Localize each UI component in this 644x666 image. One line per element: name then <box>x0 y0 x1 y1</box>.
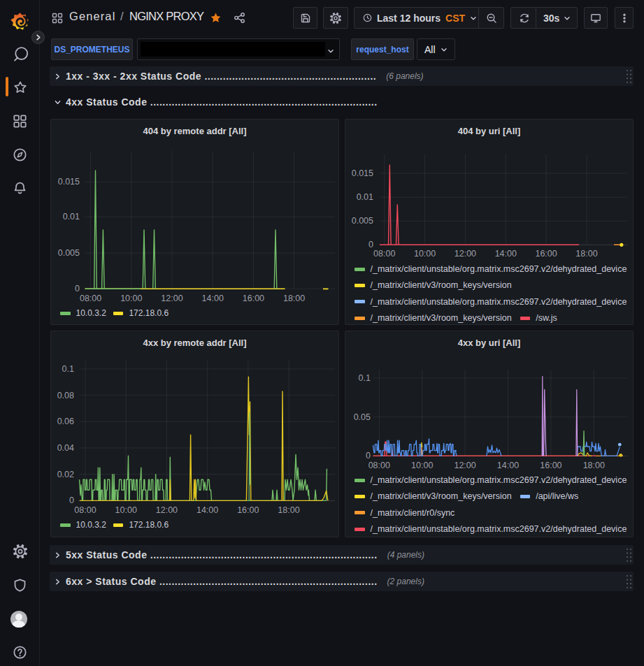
svg-text:0.02: 0.02 <box>57 470 74 479</box>
svg-text:10:00: 10:00 <box>414 249 436 259</box>
svg-text:08:00: 08:00 <box>373 249 395 259</box>
svg-text:18:00: 18:00 <box>583 461 605 470</box>
svg-text:16:00: 16:00 <box>535 249 557 259</box>
svg-text:14:00: 14:00 <box>497 461 519 470</box>
svg-text:10:00: 10:00 <box>115 505 137 515</box>
svg-text:18:00: 18:00 <box>283 294 305 303</box>
svg-text:0.1: 0.1 <box>359 373 371 383</box>
svg-text:12:00: 12:00 <box>156 505 178 515</box>
svg-text:0.015: 0.015 <box>352 168 373 178</box>
svg-text:14:00: 14:00 <box>196 505 218 515</box>
svg-text:14:00: 14:00 <box>495 249 517 259</box>
svg-text:0.1: 0.1 <box>62 364 74 374</box>
svg-text:12:00: 12:00 <box>455 249 476 259</box>
svg-text:0.005: 0.005 <box>352 216 373 226</box>
svg-text:0: 0 <box>69 495 74 505</box>
svg-text:0.005: 0.005 <box>58 248 80 258</box>
svg-text:10:00: 10:00 <box>120 294 142 303</box>
svg-text:08:00: 08:00 <box>80 294 101 303</box>
svg-text:0.015: 0.015 <box>58 177 80 187</box>
svg-text:08:00: 08:00 <box>368 461 390 470</box>
svg-text:12:00: 12:00 <box>161 294 183 303</box>
svg-text:0.08: 0.08 <box>57 391 74 400</box>
svg-text:0.04: 0.04 <box>57 443 74 453</box>
svg-text:0: 0 <box>366 451 371 461</box>
svg-text:10:00: 10:00 <box>411 461 433 470</box>
svg-text:14:00: 14:00 <box>202 294 224 303</box>
svg-text:0.01: 0.01 <box>357 192 373 202</box>
svg-text:0.01: 0.01 <box>63 212 80 222</box>
svg-text:16:00: 16:00 <box>540 461 561 470</box>
svg-text:16:00: 16:00 <box>237 505 259 515</box>
svg-text:0: 0 <box>368 240 373 249</box>
svg-text:18:00: 18:00 <box>575 249 597 259</box>
svg-text:08:00: 08:00 <box>74 505 96 515</box>
svg-text:18:00: 18:00 <box>278 505 299 515</box>
svg-text:16:00: 16:00 <box>243 294 264 303</box>
svg-text:0.06: 0.06 <box>57 417 74 426</box>
svg-text:12:00: 12:00 <box>454 461 475 470</box>
svg-text:0: 0 <box>75 284 80 294</box>
svg-text:0.05: 0.05 <box>354 412 371 422</box>
